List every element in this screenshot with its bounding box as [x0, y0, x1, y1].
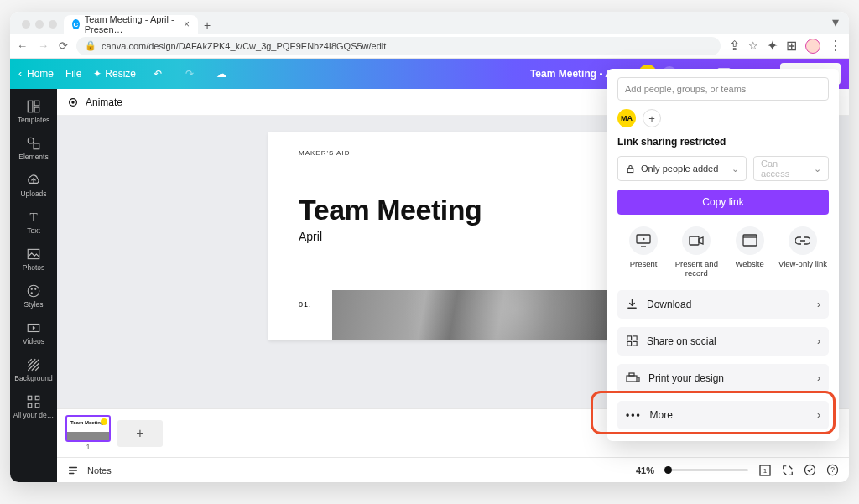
sidebar-item-text[interactable]: T Text: [10, 205, 57, 240]
grid-view-icon[interactable]: 1: [758, 464, 772, 477]
svg-point-8: [31, 288, 33, 290]
thumb-avatar-icon: [101, 418, 107, 425]
svg-rect-13: [35, 396, 39, 400]
notes-icon: [67, 465, 79, 476]
thumbnail-page-1[interactable]: Team Meeting: [65, 415, 111, 442]
share-option-website[interactable]: Website: [726, 226, 774, 278]
share-panel: Add people, groups, or teams MA + Link s…: [607, 69, 839, 441]
nav-reload-icon[interactable]: ⟳: [59, 39, 68, 52]
animate-icon: [67, 96, 79, 108]
tab-overflow-icon[interactable]: ▾: [832, 14, 849, 34]
sidebar-item-uploads[interactable]: Uploads: [10, 168, 57, 203]
videos-icon: [26, 320, 41, 335]
styles-icon: [26, 283, 41, 299]
sidebar-item-elements[interactable]: Elements: [10, 131, 57, 166]
svg-point-10: [31, 292, 33, 294]
add-people-input[interactable]: Add people, groups, or teams: [617, 77, 829, 101]
slide-page-1[interactable]: MAKER'S AID Team Meeting April 01.: [268, 132, 638, 340]
thumb-number: 1: [86, 443, 90, 451]
lock-icon: [625, 164, 636, 174]
tab-close-icon[interactable]: ×: [184, 18, 190, 30]
chevron-down-icon: ⌄: [731, 164, 739, 174]
chevron-right-icon: ›: [817, 372, 820, 384]
share-option-present[interactable]: Present: [619, 226, 668, 278]
help-icon[interactable]: ?: [826, 464, 839, 476]
svg-rect-32: [633, 342, 637, 346]
share-option-record[interactable]: Present and record: [672, 226, 721, 278]
action-share-social[interactable]: Share on social ›: [617, 327, 829, 356]
background-icon: [26, 357, 41, 372]
svg-rect-3: [34, 107, 39, 112]
nav-back-icon[interactable]: ←: [17, 39, 28, 52]
extension-icon[interactable]: ✦: [767, 38, 778, 54]
zoom-slider[interactable]: [664, 469, 748, 471]
address-field[interactable]: 🔒 canva.com/design/DAFAkZPK4_k/Cw_3g_PQE…: [76, 37, 721, 55]
elements-icon: [26, 136, 41, 151]
file-menu[interactable]: File: [65, 68, 81, 80]
traffic-min[interactable]: [35, 20, 44, 29]
templates-icon: [26, 99, 41, 114]
print-icon: [626, 372, 640, 384]
action-more[interactable]: ••• More ›: [617, 401, 829, 429]
check-icon[interactable]: [804, 464, 816, 476]
uploads-icon: [26, 173, 41, 188]
sidebar-item-all-designs[interactable]: All your de…: [10, 389, 57, 424]
browser-menu-icon[interactable]: ⋮: [829, 38, 842, 54]
svg-point-28: [746, 236, 747, 236]
chevron-right-icon: ›: [817, 299, 820, 310]
home-button[interactable]: ‹ Home: [18, 68, 54, 80]
more-icon: •••: [626, 409, 642, 421]
nav-buttons: ← → ⟳: [17, 39, 68, 52]
sidebar-item-background[interactable]: Background: [10, 352, 57, 387]
left-sidebar: Templates Elements Uploads T Text Photos…: [10, 89, 57, 482]
svg-point-9: [34, 288, 36, 290]
svg-text:1: 1: [763, 467, 768, 475]
profile-avatar-icon[interactable]: [805, 39, 820, 54]
traffic-close[interactable]: [22, 20, 30, 29]
slide-hero-image: [332, 290, 638, 340]
svg-rect-12: [28, 396, 32, 400]
apps-icon: [26, 394, 41, 409]
sidebar-item-styles[interactable]: Styles: [10, 278, 57, 314]
extension-menu-icon[interactable]: ⊞: [786, 38, 797, 54]
browser-url-bar: ← → ⟳ 🔒 canva.com/design/DAFAkZPK4_k/Cw_…: [10, 34, 849, 59]
bookmark-icon[interactable]: ☆: [748, 39, 758, 52]
nav-forward-icon[interactable]: →: [38, 39, 49, 52]
svg-point-7: [28, 285, 39, 297]
share-icon[interactable]: ⇪: [729, 38, 740, 54]
slide-subtitle: April: [299, 230, 607, 243]
bottom-bar: Notes 41% 1 ?: [57, 457, 849, 482]
animate-button[interactable]: Animate: [86, 96, 122, 108]
zoom-value: 41%: [636, 465, 654, 475]
canva-favicon-icon: C: [72, 19, 80, 29]
add-page-button[interactable]: +: [117, 420, 163, 447]
website-icon: [736, 226, 764, 255]
url-text: canva.com/design/DAFAkZPK4_k/Cw_3g_PQE9E…: [102, 41, 386, 51]
add-people-placeholder: Add people, groups, or teams: [625, 84, 746, 94]
sidebar-item-templates[interactable]: Templates: [10, 94, 57, 129]
browser-tab[interactable]: C Team Meeting - April - Presen… ×: [64, 15, 198, 34]
share-option-viewonly[interactable]: View-only link: [778, 226, 827, 278]
traffic-max[interactable]: [49, 20, 57, 29]
new-tab-button[interactable]: +: [198, 18, 216, 34]
cloud-sync-icon[interactable]: ☁: [211, 68, 232, 80]
action-print[interactable]: Print your design ›: [617, 364, 829, 392]
resize-icon: ✦: [93, 68, 102, 80]
undo-icon[interactable]: ↶: [148, 68, 168, 80]
svg-rect-31: [627, 342, 632, 346]
link-scope-select[interactable]: Only people added ⌄: [617, 156, 747, 181]
action-download[interactable]: Download ›: [617, 290, 829, 319]
svg-text:?: ?: [830, 465, 835, 474]
sidebar-item-videos[interactable]: Videos: [10, 315, 57, 351]
sidebar-item-photos[interactable]: Photos: [10, 242, 57, 277]
copy-link-button[interactable]: Copy link: [617, 190, 829, 215]
redo-icon[interactable]: ↷: [180, 68, 200, 80]
resize-button[interactable]: ✦Resize: [93, 68, 136, 80]
notes-button[interactable]: Notes: [87, 465, 112, 475]
home-label: Home: [27, 68, 54, 80]
share-add-person-icon[interactable]: +: [643, 109, 661, 127]
svg-rect-34: [629, 373, 634, 376]
link-access-select[interactable]: Can access ⌄: [753, 156, 829, 181]
share-owner-avatar[interactable]: MA: [617, 109, 636, 127]
fullscreen-icon[interactable]: [782, 465, 794, 476]
